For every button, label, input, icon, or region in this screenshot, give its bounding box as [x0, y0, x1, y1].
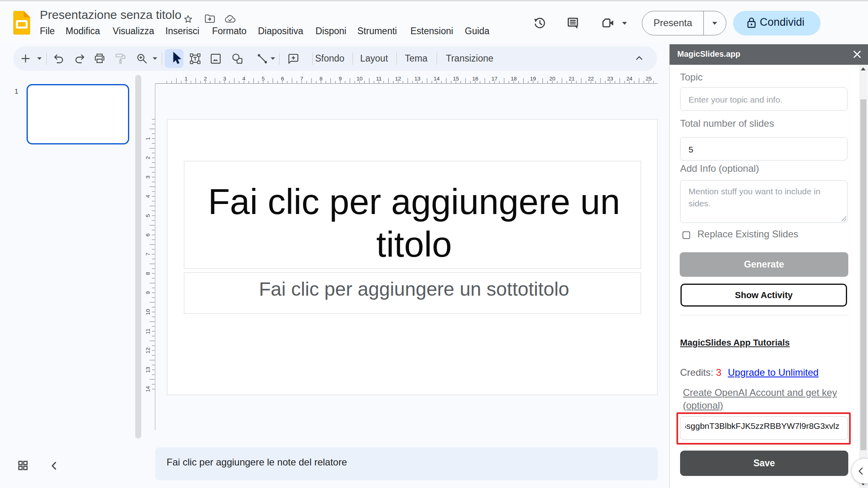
svg-text:2: 2 [145, 156, 151, 160]
svg-text:8: 8 [145, 272, 151, 275]
svg-text:16: 16 [472, 76, 478, 82]
svg-text:9: 9 [339, 76, 342, 82]
svg-text:24: 24 [627, 76, 633, 82]
svg-text:5: 5 [145, 214, 151, 217]
svg-text:14: 14 [434, 76, 440, 82]
svg-text:9: 9 [145, 291, 151, 294]
svg-text:13: 13 [414, 76, 421, 82]
svg-text:25: 25 [645, 76, 652, 82]
svg-text:7: 7 [145, 253, 151, 256]
svg-text:15: 15 [453, 76, 459, 82]
svg-text:6: 6 [281, 76, 284, 82]
svg-text:12: 12 [145, 348, 151, 354]
svg-text:6: 6 [145, 233, 151, 237]
svg-text:23: 23 [607, 76, 613, 82]
svg-text:11: 11 [145, 328, 151, 334]
svg-text:3: 3 [223, 76, 226, 82]
svg-text:14: 14 [145, 386, 151, 392]
svg-text:22: 22 [588, 76, 594, 82]
svg-text:13: 13 [145, 367, 151, 373]
svg-text:18: 18 [511, 76, 517, 82]
svg-text:10: 10 [357, 76, 363, 82]
svg-text:1: 1 [145, 137, 151, 140]
svg-text:4: 4 [145, 195, 151, 198]
svg-text:19: 19 [530, 76, 536, 82]
svg-text:4: 4 [242, 76, 245, 82]
svg-text:11: 11 [376, 76, 381, 82]
svg-text:17: 17 [491, 76, 497, 82]
svg-text:5: 5 [262, 76, 265, 82]
svg-text:7: 7 [300, 76, 303, 82]
svg-text:21: 21 [569, 76, 575, 82]
svg-text:8: 8 [320, 76, 323, 82]
svg-text:3: 3 [145, 175, 151, 179]
svg-text:1: 1 [185, 76, 188, 82]
svg-text:2: 2 [204, 76, 207, 82]
svg-text:12: 12 [395, 76, 401, 82]
svg-text:10: 10 [145, 309, 151, 315]
svg-text:20: 20 [549, 76, 555, 82]
